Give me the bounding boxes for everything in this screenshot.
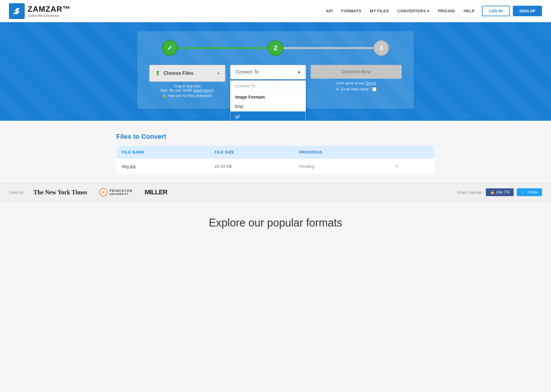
header: ZAMZAR™ Online file conversion API FORMA… xyxy=(0,0,551,22)
stepper: ✓ 2 3 xyxy=(149,40,402,56)
convert-to-button[interactable]: Convert To ▾ xyxy=(230,65,306,79)
file-progress-cell: Pending xyxy=(294,159,389,174)
email-icon: ✉ xyxy=(336,87,339,91)
twitter-follow-button[interactable]: 🐦 Follow xyxy=(517,188,542,196)
brand-logos: The New York Times P PRINCETON UNIVERSIT… xyxy=(33,188,448,196)
file-remove-cell: × xyxy=(389,159,435,174)
email-label: Email when done? xyxy=(341,87,370,91)
signup-button[interactable]: SIGN UP xyxy=(513,6,542,16)
nav-api[interactable]: API xyxy=(326,9,333,13)
facebook-icon: 👍 xyxy=(490,190,495,194)
logo-area: ZAMZAR™ Online file conversion xyxy=(9,3,71,19)
login-button[interactable]: LOG IN xyxy=(482,6,510,16)
hero-section: ✓ 2 3 ⬆ Choose Files ▾ xyxy=(0,22,551,121)
share-area: Share Zamzar: 👍 Like 77k 🐦 Follow xyxy=(457,188,542,196)
image-formats-group: Image Formats xyxy=(230,92,306,101)
col-actions xyxy=(389,146,435,159)
step-2: 2 xyxy=(268,40,283,56)
share-label: Share Zamzar: xyxy=(457,190,483,195)
convert-to-dropdown: Convert To Image Formats bmp gif ico pcx… xyxy=(230,81,306,121)
col-progress: PROGRESS xyxy=(294,146,389,159)
protected-link[interactable]: 🔒 How are my files protected? xyxy=(149,94,225,98)
email-row: ✉ Email when done? xyxy=(311,87,402,91)
logo-subtitle: Online file conversion xyxy=(28,14,71,17)
file-size-cell: 23.43 KB xyxy=(209,159,294,174)
step-line-1 xyxy=(178,47,268,49)
step-1: ✓ xyxy=(162,40,178,56)
explore-section: Explore our popular formats xyxy=(0,202,551,238)
table-row: bkg.jpg 23.43 KB Pending × xyxy=(117,159,435,174)
nav-help[interactable]: HELP xyxy=(464,9,475,13)
logo-icon xyxy=(9,3,25,19)
email-checkbox[interactable] xyxy=(372,87,376,91)
col-filesize: FILE SIZE xyxy=(209,146,294,159)
logo-title: ZAMZAR™ xyxy=(28,5,71,14)
brand-princeton: P PRINCETON UNIVERSITY xyxy=(99,188,132,196)
logo-text: ZAMZAR™ Online file conversion xyxy=(28,5,71,17)
svg-text:P: P xyxy=(102,191,105,194)
lock-icon: 🔒 xyxy=(162,94,166,98)
format-bmp[interactable]: bmp xyxy=(230,101,306,111)
convert-to-area: Convert To ▾ Convert To Image Formats bm… xyxy=(230,65,306,79)
file-name-cell: bkg.jpg xyxy=(117,159,209,174)
nav-formats[interactable]: FORMATS xyxy=(341,9,361,13)
nav-converters[interactable]: CONVERTERS ▾ xyxy=(397,9,430,13)
remove-file-button[interactable]: × xyxy=(394,163,400,169)
files-table: FILE NAME FILE SIZE PROGRESS bkg.jpg 23.… xyxy=(116,145,435,174)
col-filename: FILE NAME xyxy=(117,146,209,159)
files-title: Files to Convert xyxy=(116,133,435,141)
nav-pricing[interactable]: PRICING xyxy=(438,9,455,13)
brand-miller: MILLER xyxy=(145,188,167,196)
convert-meta: (And agree to our Terms) ✉ Email when do… xyxy=(311,81,402,91)
facebook-like-button[interactable]: 👍 Like 77k xyxy=(486,188,514,196)
chevron-down-icon: ▾ xyxy=(427,9,430,13)
choose-files-button[interactable]: ⬆ Choose Files ▾ xyxy=(149,65,225,82)
dropdown-placeholder: Convert To xyxy=(230,81,306,92)
want-more-link[interactable]: want more? xyxy=(194,88,213,93)
used-by-banner: Used by: The New York Times P PRINCETON … xyxy=(0,183,551,202)
convert-now-area: Convert Now (And agree to our Terms) ✉ E… xyxy=(311,65,402,91)
nav-myfiles[interactable]: MY FILES xyxy=(370,9,389,13)
terms-link[interactable]: Terms xyxy=(365,81,375,85)
choose-files-label: Choose Files xyxy=(163,71,193,76)
used-by-label: Used by: xyxy=(9,190,24,195)
format-gif[interactable]: gif xyxy=(230,111,306,121)
hero-inner: ✓ 2 3 ⬆ Choose Files ▾ xyxy=(137,31,414,109)
chevron-down-icon: ▾ xyxy=(298,70,300,74)
explore-title: Explore our popular formats xyxy=(6,217,545,229)
drag-drop-text: Drag & drop files xyxy=(149,84,225,88)
choose-files-area: ⬆ Choose Files ▾ Drag & drop files Max. … xyxy=(149,65,225,98)
step-3: 3 xyxy=(373,40,389,56)
brand-nyt: The New York Times xyxy=(33,189,87,196)
converter-row: ⬆ Choose Files ▾ Drag & drop files Max. … xyxy=(149,65,402,98)
max-size-text: Max. file size 50MB (want more?) xyxy=(149,88,225,93)
convert-now-button[interactable]: Convert Now xyxy=(311,65,402,79)
table-header-row: FILE NAME FILE SIZE PROGRESS xyxy=(117,146,435,159)
file-info: Drag & drop files Max. file size 50MB (w… xyxy=(149,84,225,98)
header-buttons: LOG IN SIGN UP xyxy=(482,6,542,16)
upload-icon: ⬆ xyxy=(155,69,160,77)
twitter-icon: 🐦 xyxy=(521,190,525,194)
svg-marker-0 xyxy=(13,8,20,14)
chevron-down-icon: ▾ xyxy=(218,71,220,76)
convert-to-label: Convert To xyxy=(236,69,259,75)
step-line-2 xyxy=(283,47,373,49)
main-nav: API FORMATS MY FILES CONVERTERS ▾ PRICIN… xyxy=(326,9,475,13)
files-section: Files to Convert FILE NAME FILE SIZE PRO… xyxy=(110,133,441,174)
